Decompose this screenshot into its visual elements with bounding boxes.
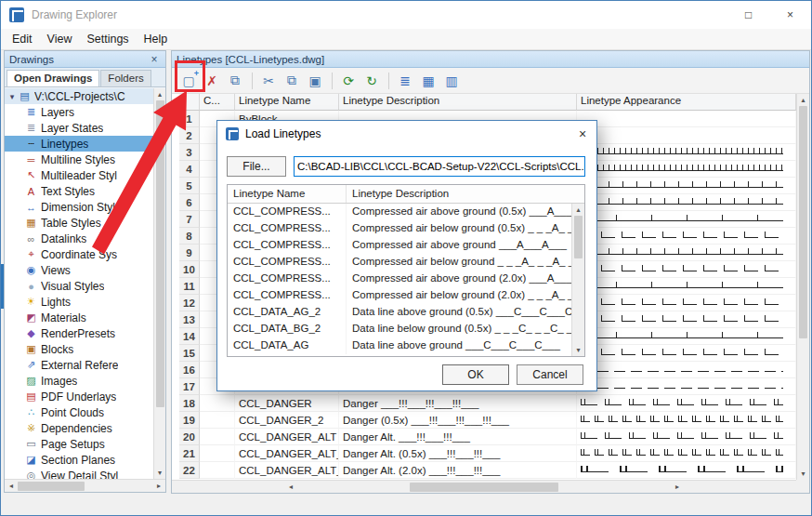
row-number[interactable]: 21 — [179, 445, 200, 462]
linetype-appearance-cell[interactable] — [577, 362, 796, 378]
maximize-button[interactable]: □ — [727, 1, 769, 29]
dialog-column-name[interactable]: Linetype Name — [228, 185, 347, 203]
linetype-appearance-cell[interactable] — [577, 295, 796, 311]
linetype-description-cell[interactable]: Danger Alt. (0.5x) ___!!!___!!!___ — [339, 445, 577, 462]
tab-open-drawings[interactable]: Open Drawings — [7, 70, 99, 86]
sidebar-item-view-detail-styl[interactable]: ◎View Detail Styl — [5, 468, 153, 479]
scroll-right-icon[interactable]: ▸ — [558, 481, 796, 493]
menu-edit[interactable]: Edit — [5, 30, 40, 48]
scrollbar-thumb[interactable] — [410, 483, 558, 492]
toolbar-paste-button[interactable]: ▣ — [304, 70, 326, 92]
row-number[interactable]: 19 — [179, 412, 200, 429]
cancel-button[interactable]: Cancel — [517, 364, 583, 385]
toolbar-refresh-button[interactable]: ↻ — [360, 70, 383, 92]
current-cell[interactable] — [200, 462, 235, 479]
dialog-list-item[interactable]: CCL_COMPRESS...Compressed air above grou… — [228, 204, 584, 220]
current-cell[interactable] — [200, 445, 235, 462]
row-number[interactable]: 12 — [179, 295, 200, 311]
linetype-appearance-cell[interactable] — [577, 378, 796, 395]
linetype-description-cell[interactable]: Danger ___!!!___!!!___!!!___ — [339, 395, 577, 412]
dialog-list-item[interactable]: CCL_COMPRESS...Compressed air below grou… — [228, 220, 584, 237]
linetype-appearance-cell[interactable] — [577, 261, 796, 278]
dialog-column-description[interactable]: Linetype Description — [347, 185, 584, 203]
row-number[interactable]: 14 — [179, 328, 200, 345]
linetype-appearance-cell[interactable] — [577, 144, 796, 161]
scroll-down-icon[interactable]: ▾ — [797, 468, 809, 480]
sidebar-item-renderpresets[interactable]: ◆RenderPresets — [5, 325, 153, 341]
toolbar-copy-button[interactable]: ⧉ — [281, 70, 303, 92]
scroll-right-icon[interactable]: ▸ — [152, 480, 165, 493]
ok-button[interactable]: OK — [442, 364, 509, 385]
linetype-appearance-cell[interactable] — [577, 211, 796, 228]
sidebar-item-images[interactable]: ▨Images — [5, 373, 153, 389]
dialog-list-item[interactable]: CCL_DATA_AGData line above ground ___C__… — [228, 337, 584, 354]
dialog-list-item[interactable]: CCL_DATA_AG_2Data line above ground (0.5… — [228, 304, 584, 321]
linetype-name-cell[interactable]: CCL_DANGER — [235, 395, 339, 412]
scroll-up-icon[interactable]: ▴ — [572, 204, 584, 216]
linetype-appearance-cell[interactable] — [577, 429, 796, 445]
linetype-appearance-cell[interactable] — [577, 127, 796, 144]
dialog-list-item[interactable]: CCL_COMPRESS...Compressed air below grou… — [228, 287, 584, 304]
sidebar-item-section-planes[interactable]: ◪Section Planes — [5, 452, 153, 468]
row-number[interactable]: 22 — [179, 462, 200, 479]
sidebar-item-visual-styles[interactable]: ●Visual Styles — [5, 278, 153, 294]
current-cell[interactable] — [200, 429, 235, 445]
toolbar-columns-view-button[interactable]: ▥ — [440, 70, 463, 92]
dialog-list-item[interactable]: CCL_DATA_BG_2Data line below ground (0.5… — [228, 321, 584, 337]
linetype-appearance-cell[interactable] — [577, 111, 796, 127]
linetype-appearance-cell[interactable] — [577, 178, 796, 194]
menu-view[interactable]: View — [40, 30, 80, 48]
row-number[interactable]: 17 — [179, 378, 200, 395]
row-number[interactable]: 18 — [179, 395, 200, 412]
linetype-appearance-cell[interactable] — [577, 278, 796, 295]
row-number[interactable]: 10 — [179, 261, 200, 278]
linetype-appearance-cell[interactable] — [577, 311, 796, 328]
scrollbar-thumb[interactable] — [799, 106, 807, 338]
dialog-list-item[interactable]: CCL_COMPRESS...Compressed air above grou… — [228, 271, 584, 287]
current-cell[interactable] — [200, 395, 235, 412]
column-header-current[interactable]: C... — [200, 94, 235, 111]
row-number[interactable]: 16 — [179, 362, 200, 378]
scroll-down-icon[interactable]: ▾ — [572, 344, 584, 356]
menu-settings[interactable]: Settings — [79, 30, 136, 48]
linetype-description-cell[interactable]: Danger (0.5x) ___!!!___!!!___!!!___ — [339, 412, 577, 429]
grid-vertical-scrollbar[interactable]: ▴ ▾ — [796, 94, 809, 480]
dialog-list-item[interactable]: CCL_COMPRESS...Compressed air below grou… — [228, 254, 584, 271]
sidebar-item-dependencies[interactable]: ※Dependencies — [5, 420, 153, 436]
toolbar-cut-button[interactable]: ✂ — [257, 70, 280, 92]
column-header-description[interactable]: Linetype Description — [339, 94, 577, 111]
dialog-titlebar[interactable]: Load Linetypes × — [217, 121, 596, 147]
linetype-name-cell[interactable]: CCL_DANGER_ALT_X2 — [235, 462, 339, 479]
toolbar-purge-button[interactable]: ⟳ — [337, 70, 360, 92]
linetype-appearance-cell[interactable] — [577, 228, 796, 245]
column-header-name[interactable]: Linetype Name — [235, 94, 339, 111]
grid-horizontal-scrollbar[interactable]: ◂ ▸ — [172, 480, 796, 493]
menu-help[interactable]: Help — [137, 30, 176, 48]
linetype-appearance-cell[interactable] — [577, 462, 796, 479]
toolbar-duplicate-button[interactable]: ⧉ — [224, 70, 246, 92]
row-number[interactable]: 11 — [179, 278, 200, 295]
sidebar-item-blocks[interactable]: ▣Blocks — [5, 341, 153, 357]
scroll-left-icon[interactable]: ◂ — [5, 480, 18, 493]
current-cell[interactable] — [200, 412, 235, 429]
linetype-name-cell[interactable]: CCL_DANGER_ALT — [235, 429, 339, 445]
scrollbar-thumb[interactable] — [18, 482, 85, 491]
row-number[interactable]: 20 — [179, 429, 200, 445]
sidebar-item-point-clouds[interactable]: ∴Point Clouds — [5, 404, 153, 420]
dialog-close-icon[interactable]: × — [569, 121, 596, 147]
scroll-up-icon[interactable]: ▴ — [797, 94, 809, 106]
toolbar-icons-view-button[interactable]: ▦ — [417, 70, 439, 92]
linetype-name-cell[interactable]: CCL_DANGER_2 — [235, 412, 339, 429]
close-button[interactable]: × — [769, 1, 811, 29]
dialog-list-item[interactable]: CCL_COMPRESS...Compressed air above grou… — [228, 237, 584, 254]
column-header-appearance[interactable]: Linetype Appearance — [577, 94, 796, 111]
linetype-name-cell[interactable]: CCL_DANGER_ALT_2 — [235, 445, 339, 462]
sidebar-item-views[interactable]: ◉Views — [5, 262, 153, 278]
linetype-appearance-cell[interactable] — [577, 161, 796, 178]
linetype-description-cell[interactable]: Danger Alt. (2.0x) ___!!!___!!!___ — [339, 462, 577, 479]
toolbar-details-view-button[interactable]: ≣ — [394, 70, 416, 92]
linetype-appearance-cell[interactable] — [577, 194, 796, 211]
collapse-icon[interactable]: ▾ — [7, 92, 18, 101]
linetype-appearance-cell[interactable] — [577, 445, 796, 462]
drawings-panel-close-icon[interactable]: × — [148, 53, 161, 66]
